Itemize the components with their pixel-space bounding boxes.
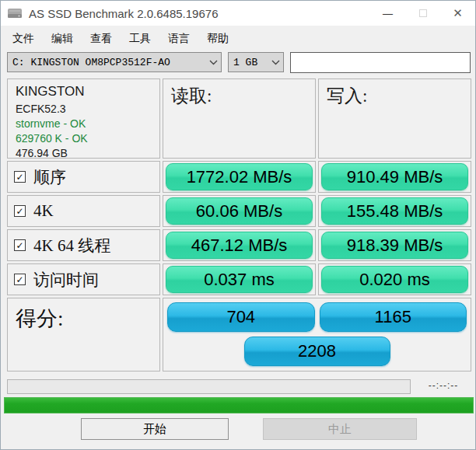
time-remaining: --:--:-- bbox=[415, 380, 472, 394]
drive-model: KINGSTON bbox=[16, 84, 152, 99]
drive-info-panel: KINGSTON ECFK52.3 stornvme - OK 629760 K… bbox=[7, 78, 160, 159]
test-size-value: 1 GB bbox=[229, 57, 268, 68]
4k64-read-cell: 467.12 MB/s bbox=[163, 229, 316, 261]
table-row-4k-64-threads: ✓ 4K 64 线程 467.12 MB/s 918.39 MB/s bbox=[7, 229, 471, 261]
menu-language[interactable]: 语言 bbox=[159, 30, 198, 48]
chevron-down-icon bbox=[268, 60, 283, 65]
table-row-4k: ✓ 4K 60.06 MB/s 155.48 MB/s bbox=[7, 195, 471, 227]
4k-read-value: 60.06 MB/s bbox=[166, 197, 313, 225]
checkbox-4k[interactable]: ✓ bbox=[14, 205, 26, 217]
sequential-read-cell: 1772.02 MB/s bbox=[163, 161, 316, 193]
close-button[interactable]: ✕ bbox=[440, 1, 475, 26]
4k-write-value: 155.48 MB/s bbox=[321, 197, 468, 225]
drive-firmware: ECFK52.3 bbox=[16, 102, 152, 117]
4k-64-threads-read-value: 467.12 MB/s bbox=[166, 232, 313, 259]
toolbar: C: KINGSTON OM8PCP3512F-AO 1 GB bbox=[1, 52, 475, 74]
checkbox-access-time[interactable]: ✓ bbox=[14, 274, 26, 285]
menu-bar: 文件 编辑 查看 工具 语言 帮助 bbox=[4, 29, 237, 49]
read-header: 读取: bbox=[163, 79, 315, 108]
score-label: 得分: bbox=[8, 298, 159, 333]
4k-64-threads-label: 4K 64 线程 bbox=[33, 235, 110, 256]
read-score-value: 704 bbox=[167, 302, 315, 332]
access-time-write-value: 0.020 ms bbox=[321, 266, 468, 293]
window-title: AS SSD Benchmark 2.0.6485.19676 bbox=[29, 7, 219, 20]
menu-view[interactable]: 查看 bbox=[82, 30, 121, 48]
write-score-value: 1165 bbox=[320, 302, 467, 332]
4k-64-threads-write-value: 918.39 MB/s bbox=[321, 232, 468, 259]
benchmark-table: KINGSTON ECFK52.3 stornvme - OK 629760 K… bbox=[7, 78, 471, 374]
sequential-label-cell: ✓ 顺序 bbox=[7, 161, 160, 193]
test-size-select[interactable]: 1 GB bbox=[228, 52, 284, 72]
alignment-status: 629760 K - OK bbox=[16, 131, 152, 146]
sequential-read-value: 1772.02 MB/s bbox=[166, 163, 313, 190]
score-values-cell: 704 1165 2208 bbox=[163, 298, 471, 372]
table-header-row: KINGSTON ECFK52.3 stornvme - OK 629760 K… bbox=[7, 78, 471, 159]
4k64-write-cell: 918.39 MB/s bbox=[318, 229, 471, 261]
chevron-down-icon bbox=[205, 60, 221, 65]
access-time-label: 访问时间 bbox=[33, 269, 99, 291]
abort-button[interactable]: 中止 bbox=[263, 418, 417, 440]
total-score-value: 2208 bbox=[244, 337, 390, 366]
menu-help[interactable]: 帮助 bbox=[198, 30, 237, 48]
access-time-read-value: 0.037 ms bbox=[166, 266, 313, 293]
sequential-write-cell: 910.49 MB/s bbox=[318, 161, 471, 193]
drive-select-value: C: KINGSTON OM8PCP3512F-AO bbox=[8, 57, 205, 68]
start-button[interactable]: 开始 bbox=[81, 418, 229, 440]
table-row-sequential: ✓ 顺序 1772.02 MB/s 910.49 MB/s bbox=[7, 161, 471, 193]
maximize-button[interactable] bbox=[405, 1, 440, 26]
4k-read-cell: 60.06 MB/s bbox=[163, 195, 316, 227]
minimize-button[interactable]: — bbox=[370, 1, 405, 26]
4k64-label-cell: ✓ 4K 64 线程 bbox=[7, 229, 160, 261]
table-row-score: 得分: 704 1165 2208 bbox=[7, 298, 471, 372]
menu-edit[interactable]: 编辑 bbox=[43, 30, 82, 48]
sequential-write-value: 910.49 MB/s bbox=[321, 163, 468, 190]
4k-label-cell: ✓ 4K bbox=[7, 195, 160, 227]
access-time-write-cell: 0.020 ms bbox=[318, 263, 471, 295]
4k-label: 4K bbox=[33, 201, 54, 221]
4k-write-cell: 155.48 MB/s bbox=[318, 195, 471, 227]
overall-progress-bar bbox=[4, 397, 474, 413]
write-header-cell: 写入: bbox=[318, 78, 471, 159]
checkbox-4k-64-threads[interactable]: ✓ bbox=[14, 239, 26, 251]
hard-disk-icon bbox=[7, 5, 24, 21]
drive-capacity: 476.94 GB bbox=[16, 146, 152, 161]
access-time-label-cell: ✓ 访问时间 bbox=[7, 263, 160, 295]
table-row-access-time: ✓ 访问时间 0.037 ms 0.020 ms bbox=[7, 263, 471, 295]
sequential-label: 顺序 bbox=[33, 166, 66, 188]
test-progress-bar bbox=[7, 379, 411, 394]
menu-file[interactable]: 文件 bbox=[4, 30, 43, 48]
write-header: 写入: bbox=[319, 79, 471, 108]
checkbox-sequential[interactable]: ✓ bbox=[14, 171, 26, 183]
read-header-cell: 读取: bbox=[163, 78, 316, 159]
drive-select[interactable]: C: KINGSTON OM8PCP3512F-AO bbox=[7, 52, 222, 72]
as-ssd-benchmark-window: AS SSD Benchmark 2.0.6485.19676 — ✕ 文件 编… bbox=[0, 0, 476, 450]
title-bar: AS SSD Benchmark 2.0.6485.19676 — ✕ bbox=[1, 1, 475, 26]
menu-tools[interactable]: 工具 bbox=[121, 30, 159, 48]
driver-status: stornvme - OK bbox=[16, 117, 152, 131]
access-time-read-cell: 0.037 ms bbox=[163, 263, 316, 295]
score-label-cell: 得分: bbox=[7, 298, 160, 372]
test-file-input[interactable] bbox=[290, 52, 471, 73]
maximize-icon bbox=[419, 9, 427, 17]
